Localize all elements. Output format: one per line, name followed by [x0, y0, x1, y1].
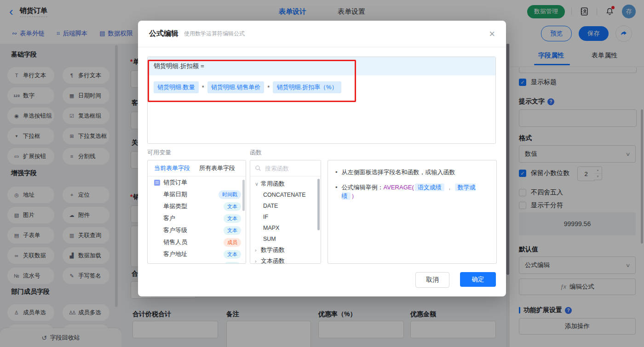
tab-current-form-fields[interactable]: 当前表单字段 [154, 164, 190, 172]
type-badge: 文本 [224, 250, 241, 259]
operator: * [202, 84, 204, 91]
field-token[interactable]: 销货明细.销售单价 [207, 81, 264, 93]
formula-expression: 销货明细.数量 * 销货明细.销售单价 * 销货明细.折扣率（%） [154, 81, 495, 93]
variables-scrollbar-thumb[interactable] [242, 180, 245, 211]
variable-row[interactable]: 客户等级文本 [148, 224, 246, 236]
variable-row[interactable]: 单据类型文本 [148, 200, 246, 212]
confirm-button[interactable]: 确定 [460, 272, 496, 287]
type-badge: 文本 [224, 214, 241, 223]
form-tree-node[interactable]: 销货订单 [148, 176, 246, 188]
chevron-expanded-icon: ∨ [255, 181, 261, 187]
variable-row[interactable]: 销售人员成员 [148, 236, 246, 248]
functions-panel: ∨ 常用函数 CONCATENATE DATE IF MAPX SUM › 数学… [250, 160, 321, 264]
group-label: 数学函数 [261, 246, 285, 254]
help-example: 公式编辑举例：AVERAGE(语文成绩，数学成绩） [342, 183, 489, 200]
comma: ， [447, 184, 453, 191]
function-name: AVERAGE( [384, 184, 414, 191]
functions-scrollbar-thumb[interactable] [317, 179, 320, 230]
variable-name: 单据日期 [163, 190, 187, 199]
tab-all-form-fields[interactable]: 所有表单字段 [199, 164, 235, 172]
close-icon[interactable]: × [489, 29, 495, 39]
dialog-header: 公式编辑 使用数学运算符编辑公式 × [138, 21, 506, 47]
dialog-subtitle: 使用数学运算符编辑公式 [184, 30, 245, 38]
function-search [250, 160, 321, 176]
variable-row[interactable]: 文本 [148, 260, 246, 264]
formula-target: 销货明细.折扣额 = [148, 57, 495, 75]
search-icon [255, 165, 261, 171]
functions-section-label: 函数 [250, 148, 262, 157]
dialog-title: 公式编辑 [149, 29, 178, 39]
form-file-icon [154, 180, 160, 186]
function-item[interactable]: IF [250, 211, 321, 222]
field-token[interactable]: 销货明细.折扣率（%） [273, 81, 341, 93]
variable-row[interactable]: 客户文本 [148, 212, 246, 224]
variables-tabs: 当前表单字段 所有表单字段 [148, 160, 246, 176]
variable-row[interactable]: 单据日期时间戳 [148, 188, 246, 200]
variables-section-label: 可用变量 [147, 148, 171, 157]
chevron-collapsed-icon: › [255, 258, 261, 264]
function-item[interactable]: CONCATENATE [250, 189, 321, 200]
bullet-icon: • [335, 183, 338, 192]
example-label: 公式编辑举例： [342, 184, 384, 191]
function-close: ） [351, 193, 357, 199]
function-item[interactable]: MAPX [250, 222, 321, 233]
variables-panel: 当前表单字段 所有表单字段 销货订单 单据日期时间戳 单据类型文本 客户文本 客… [147, 160, 246, 264]
function-search-input[interactable] [264, 165, 307, 172]
operator: * [267, 84, 270, 91]
type-badge: 成员 [224, 238, 241, 247]
type-badge: 文本 [224, 202, 241, 211]
variable-row[interactable]: 客户地址文本 [148, 248, 246, 260]
function-item[interactable]: DATE [250, 200, 321, 211]
type-badge: 文本 [224, 226, 241, 235]
function-group-text[interactable]: › 文本函数 [250, 256, 321, 264]
variable-name: 销售人员 [163, 238, 187, 246]
group-label: 常用函数 [261, 180, 285, 188]
help-line-2: • 公式编辑举例：AVERAGE(语文成绩，数学成绩） [335, 183, 489, 200]
group-label: 文本函数 [261, 257, 285, 264]
help-panel: • 从左侧面板选择字段名和函数，或输入函数 • 公式编辑举例：AVERAGE(语… [328, 160, 497, 264]
variable-name: 客户 [163, 214, 175, 222]
function-group-common[interactable]: ∨ 常用函数 [250, 178, 321, 189]
type-badge: 文本 [224, 262, 241, 264]
example-field-chip: 语文成绩 [415, 183, 444, 191]
type-badge: 时间戳 [218, 190, 241, 199]
function-group-math[interactable]: › 数学函数 [250, 245, 321, 256]
formula-editor[interactable]: 销货明细.折扣额 = 销货明细.数量 * 销货明细.销售单价 * 销货明细.折扣… [147, 57, 496, 144]
field-token[interactable]: 销货明细.数量 [154, 81, 199, 93]
variable-name: 客户等级 [163, 226, 187, 234]
bullet-icon: • [335, 168, 338, 176]
chevron-collapsed-icon: › [255, 247, 261, 253]
cancel-button[interactable]: 取消 [415, 272, 449, 288]
help-line-1: • 从左侧面板选择字段名和函数，或输入函数 [335, 168, 489, 176]
variable-name: 单据类型 [163, 202, 187, 210]
form-name: 销货订单 [163, 178, 187, 187]
function-item[interactable]: SUM [250, 233, 321, 245]
variable-name: 客户地址 [163, 250, 187, 258]
help-text: 从左侧面板选择字段名和函数，或输入函数 [342, 168, 455, 176]
app-root: ‹ 销货订单 表单设计 表单设置 数据管理 [0, 0, 644, 347]
formula-edit-dialog: 公式编辑 使用数学运算符编辑公式 × 销货明细.折扣额 = 销货明细.数量 * … [138, 21, 506, 296]
